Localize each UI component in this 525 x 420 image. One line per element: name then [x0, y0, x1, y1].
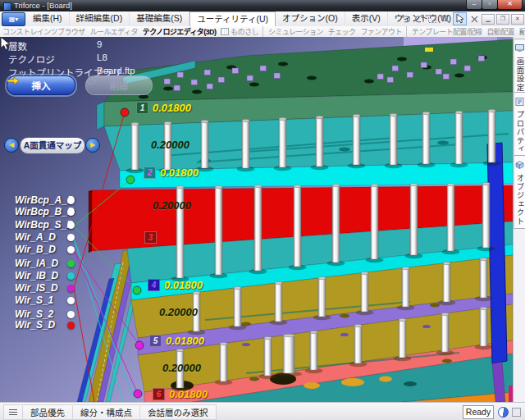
close-button[interactable]: ✕: [497, 0, 523, 10]
layer-color-dot[interactable]: [67, 234, 75, 241]
toolbar-item[interactable]: テンプレート配置/配線: [406, 26, 485, 37]
toolbar-item[interactable]: ルールエディタ: [88, 26, 140, 37]
mouse-cursor: [0, 37, 12, 51]
zoom-fit-icon[interactable]: [427, 13, 438, 25]
dock-tab-view-settings[interactable]: 画面設定: [514, 39, 525, 93]
layer-badge: 10.01800: [136, 102, 191, 114]
delete-tool-icon[interactable]: [468, 13, 480, 25]
dock-tab-label: 画面設定: [514, 57, 525, 92]
dock-tab-label: プロパティ: [514, 111, 525, 154]
layer-map-item[interactable]: WirBcp_B_D: [15, 206, 75, 218]
layer-color-dot[interactable]: [67, 208, 75, 216]
dielectric-thickness-label: 0.20000: [162, 362, 201, 374]
menu-tab[interactable]: 詳細編集(D): [70, 11, 130, 25]
layer-map-item[interactable]: Wir_S_1: [15, 294, 53, 307]
layer-thickness-value: 0.01800: [164, 279, 203, 291]
toolbar-item-label: チェック: [328, 26, 356, 37]
app-menu-button[interactable]: ▦▾: [2, 12, 25, 26]
layer-color-dot[interactable]: [67, 311, 75, 318]
menu-tab[interactable]: ユーティリティ(U): [189, 11, 276, 26]
delete-layer-button[interactable]: 削除: [85, 75, 153, 95]
monitor-icon: [515, 41, 524, 56]
layer-number: 5: [149, 335, 162, 347]
layer-color-dot[interactable]: [67, 297, 75, 304]
3d-viewport[interactable]: 層数9テクノロジL8フットプリントライブラリBoard.ftp 挿入 削除 ◀ …: [0, 37, 513, 402]
toolbar-item-label: ファンアウト: [360, 26, 401, 37]
layer-map-item[interactable]: Wir_A_D: [15, 231, 56, 244]
insert-layer-button[interactable]: 挿入: [7, 75, 75, 95]
mdi-close-button[interactable]: ✕: [511, 14, 524, 25]
toolbar-item-label: テンプレート配置/配線: [412, 26, 482, 37]
maximize-button[interactable]: ▫: [482, 0, 498, 10]
layer-badge: 20.01800: [144, 167, 199, 179]
layer-color-dot[interactable]: [67, 221, 75, 229]
status-mode-item[interactable]: 線分・構成点: [72, 406, 139, 419]
layer-map-item[interactable]: Wir_IB_D: [15, 270, 58, 282]
info-value: 9: [97, 39, 102, 49]
dock-tab-strip: 画面設定プロパティオブジェクト: [513, 37, 525, 402]
dock-tab-object[interactable]: オブジェクト: [514, 155, 525, 229]
layer-map-item[interactable]: WirBcp_S_D: [15, 219, 74, 231]
pcb-3d-scene: [0, 37, 513, 402]
toolbar-item[interactable]: ファンアウト: [358, 26, 404, 37]
menu-tab[interactable]: 表示(V): [345, 11, 388, 25]
toolbar-item[interactable]: シミュレーション: [262, 26, 326, 37]
title-bar: Triforce - [Board] – ▫ ✕: [0, 0, 525, 11]
menu-tab[interactable]: オプション(O): [276, 11, 345, 25]
redo-icon[interactable]: [413, 13, 425, 25]
dielectric-thickness-label: 0.20000: [159, 306, 198, 318]
minimize-button[interactable]: –: [466, 0, 482, 10]
layer-color-dot[interactable]: [67, 285, 75, 292]
layer-thickness-value: 0.20000: [159, 306, 198, 318]
menu-bar: ▦▾ 編集(H)詳細編集(D)基礎編集(S)ユーティリティ(U)オプション(O)…: [0, 11, 525, 27]
layer-color-dot[interactable]: [67, 246, 75, 253]
toolbar-item-label: 自動配置: [486, 26, 514, 37]
layer-color-dot[interactable]: [67, 322, 75, 329]
map-next-button[interactable]: ▶: [85, 138, 100, 153]
layer-color-dot[interactable]: [67, 197, 75, 204]
pointer-tool-icon[interactable]: [453, 12, 467, 25]
layer-map-title[interactable]: A面貫通マップ: [20, 137, 85, 154]
layer-color-dot[interactable]: [67, 260, 75, 267]
dock-tab-properties[interactable]: プロパティ: [514, 92, 525, 156]
toolbar-item[interactable]: チェック: [326, 26, 358, 37]
object-icon: [515, 158, 524, 172]
layer-badge: 3: [144, 231, 157, 244]
layer-map-item[interactable]: WirBcp_A_D: [15, 194, 75, 207]
layer-map-item[interactable]: Wir_B_D: [15, 244, 56, 256]
magnifier-icon[interactable]: [440, 13, 451, 25]
mdi-restore-button[interactable]: ❐: [496, 14, 509, 25]
mdi-minimize-button[interactable]: ▁: [482, 14, 495, 25]
toolbar-overflow-button[interactable]: »: [519, 28, 523, 36]
toolbar-item[interactable]: 自動配置: [484, 26, 517, 37]
layer-badge: 60.01800: [153, 388, 208, 400]
layer-number: 4: [148, 279, 160, 291]
status-circle-icon[interactable]: [498, 407, 509, 418]
status-bar: 部品優先線分・構成点会話層のみ選択 Ready: [0, 402, 525, 420]
app-icon: [3, 2, 11, 11]
toolbar-item-label: テクノロジエディタ(3D): [143, 26, 217, 37]
toolbar-item-label: コンストレインツブラウザ: [2, 26, 85, 37]
layer-map-item[interactable]: Wir_S_D: [15, 319, 55, 331]
status-mode-item[interactable]: 部品優先: [22, 406, 72, 419]
toolbar-item[interactable]: ものさし: [218, 26, 261, 37]
layer-thickness-value: 0.01800: [153, 102, 191, 114]
layer-map-item[interactable]: Wir_IA_D: [15, 258, 58, 270]
toolbar-item[interactable]: コンストレインツブラウザ: [0, 26, 88, 37]
menu-tab[interactable]: 基礎編集(S): [130, 11, 189, 25]
layer-thickness-value: 0.20000: [153, 199, 191, 212]
insert-icon: [7, 76, 20, 85]
layer-thickness-value: 0.01800: [166, 335, 204, 347]
status-square-icon[interactable]: [512, 408, 521, 417]
toolbar-item[interactable]: テクノロジエディタ(3D): [140, 26, 219, 37]
layer-badge: 40.01800: [148, 279, 203, 291]
ruler-icon: [221, 28, 229, 35]
status-mode-item[interactable]: 会話層のみ選択: [139, 406, 216, 419]
map-prev-button[interactable]: ◀: [4, 138, 19, 153]
layer-color-dot[interactable]: [67, 272, 75, 280]
undo-icon[interactable]: [400, 13, 412, 25]
layer-map-item[interactable]: Wir_IS_D: [15, 282, 58, 294]
menu-tab[interactable]: 編集(H): [26, 11, 70, 25]
info-row: テクノロジL8: [8, 52, 55, 64]
hamburger-icon[interactable]: [9, 409, 17, 416]
